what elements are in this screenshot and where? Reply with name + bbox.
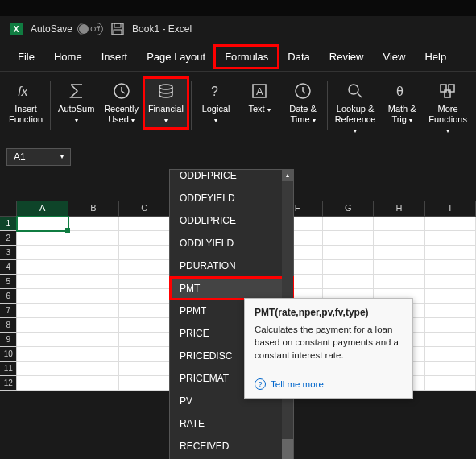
row-header[interactable]: 1 <box>0 217 17 231</box>
column-header[interactable]: H <box>374 201 424 217</box>
ribbon-math--button[interactable]: θMath &Trig ▾ <box>381 78 423 128</box>
select-all-corner[interactable] <box>0 201 17 217</box>
cell[interactable] <box>17 333 68 347</box>
cell[interactable] <box>68 333 119 347</box>
cell[interactable] <box>17 362 68 376</box>
function-pmt[interactable]: PMT <box>170 277 293 300</box>
cell[interactable] <box>68 362 119 376</box>
cell[interactable] <box>17 231 68 246</box>
cell[interactable] <box>119 362 170 376</box>
cell[interactable] <box>425 362 476 376</box>
ribbon-lookup--button[interactable]: Lookup &Reference ▾ <box>331 78 379 139</box>
cell[interactable] <box>68 231 119 246</box>
ribbon-date--button[interactable]: Date &Time ▾ <box>282 78 324 128</box>
cell[interactable] <box>68 376 119 391</box>
cell[interactable] <box>68 217 119 231</box>
cell[interactable] <box>119 289 170 304</box>
menu-formulas[interactable]: Formulas <box>215 46 278 68</box>
row-header[interactable]: 7 <box>0 304 17 318</box>
menu-help[interactable]: Help <box>415 46 456 68</box>
scroll-thumb[interactable] <box>282 439 293 459</box>
cell[interactable] <box>17 304 68 318</box>
function-oddfyield[interactable]: ODDFYIELD <box>170 187 293 209</box>
menu-insert[interactable]: Insert <box>92 46 138 68</box>
tell-me-more-link[interactable]: ? Tell me more <box>255 378 403 390</box>
cell[interactable] <box>425 333 476 347</box>
function-oddlprice[interactable]: ODDLPRICE <box>170 209 293 232</box>
name-box[interactable]: A1 ▾ <box>6 148 71 166</box>
row-header[interactable]: 6 <box>0 289 17 304</box>
cell[interactable] <box>374 275 424 289</box>
cell[interactable] <box>425 347 476 362</box>
row-header[interactable]: 8 <box>0 318 17 333</box>
scroll-up-icon[interactable]: ▴ <box>282 170 293 181</box>
cell[interactable] <box>68 246 119 260</box>
cell[interactable] <box>323 231 374 246</box>
cell[interactable] <box>374 246 424 260</box>
cell[interactable] <box>374 217 424 231</box>
ribbon-more-button[interactable]: MoreFunctions ▾ <box>424 78 471 139</box>
row-header[interactable]: 2 <box>0 231 17 246</box>
cell[interactable] <box>68 318 119 333</box>
cell[interactable] <box>17 246 68 260</box>
save-icon[interactable] <box>111 23 124 35</box>
function-received[interactable]: RECEIVED <box>170 435 293 457</box>
cell[interactable] <box>17 347 68 362</box>
column-header[interactable]: A <box>17 201 68 217</box>
cell[interactable] <box>68 304 119 318</box>
row-header[interactable]: 5 <box>0 275 17 289</box>
cell[interactable] <box>374 260 424 275</box>
row-header[interactable]: 11 <box>0 362 17 376</box>
menu-home[interactable]: Home <box>44 46 92 68</box>
cell[interactable] <box>323 275 374 289</box>
function-oddfprice[interactable]: ODDFPRICE <box>170 170 293 187</box>
cell[interactable] <box>119 231 170 246</box>
cell[interactable] <box>425 318 476 333</box>
cell[interactable] <box>323 260 374 275</box>
cell[interactable] <box>17 275 68 289</box>
cell[interactable] <box>425 217 476 231</box>
cell[interactable] <box>17 289 68 304</box>
column-header[interactable]: C <box>119 201 170 217</box>
cell[interactable] <box>119 246 170 260</box>
menu-page-layout[interactable]: Page Layout <box>137 46 215 68</box>
cell[interactable] <box>119 347 170 362</box>
menu-file[interactable]: File <box>8 46 44 68</box>
row-header[interactable]: 3 <box>0 246 17 260</box>
menu-view[interactable]: View <box>373 46 415 68</box>
column-header[interactable]: B <box>68 201 119 217</box>
ribbon-insert-button[interactable]: fxInsertFunction <box>5 78 47 128</box>
cell[interactable] <box>425 260 476 275</box>
cell[interactable] <box>17 217 68 231</box>
ribbon-logical-button[interactable]: ?Logical ▾ <box>195 78 237 128</box>
cell[interactable] <box>119 376 170 391</box>
cell[interactable] <box>323 246 374 260</box>
cell[interactable] <box>119 275 170 289</box>
cell[interactable] <box>425 231 476 246</box>
cell[interactable] <box>68 275 119 289</box>
cell[interactable] <box>374 231 424 246</box>
cell[interactable] <box>68 347 119 362</box>
cell[interactable] <box>425 246 476 260</box>
cell[interactable] <box>323 217 374 231</box>
row-header[interactable]: 10 <box>0 347 17 362</box>
cell[interactable] <box>68 289 119 304</box>
row-header[interactable]: 9 <box>0 333 17 347</box>
cell[interactable] <box>17 318 68 333</box>
column-header[interactable]: I <box>425 201 476 217</box>
cell[interactable] <box>425 376 476 391</box>
cell[interactable] <box>68 260 119 275</box>
cell[interactable] <box>425 304 476 318</box>
column-header[interactable]: G <box>323 201 374 217</box>
cell[interactable] <box>119 333 170 347</box>
cell[interactable] <box>119 318 170 333</box>
ribbon-financial-button[interactable]: Financial ▾ <box>144 78 188 128</box>
row-header[interactable]: 12 <box>0 376 17 391</box>
function-rate[interactable]: RATE <box>170 412 293 435</box>
menu-review[interactable]: Review <box>320 46 374 68</box>
cell[interactable] <box>119 260 170 275</box>
cell[interactable] <box>119 217 170 231</box>
cell[interactable] <box>425 289 476 304</box>
cell[interactable] <box>425 275 476 289</box>
ribbon-recently-button[interactable]: RecentlyUsed ▾ <box>101 78 143 128</box>
